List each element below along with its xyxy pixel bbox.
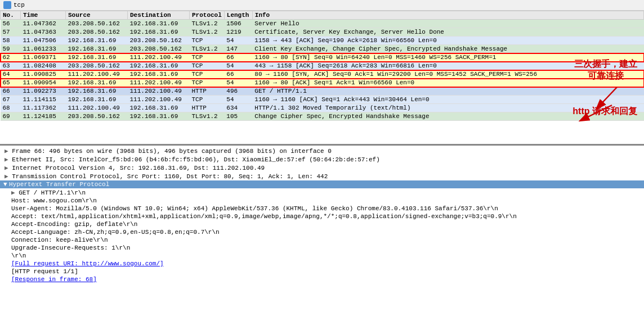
table-row[interactable]: 6711.114115192.168.31.69111.202.100.49TC… — [1, 96, 644, 104]
http-request-line: [HTTP request 1/1] — [0, 268, 644, 275]
cell-no: 57 — [1, 28, 21, 37]
cell-source: 203.208.50.162 — [66, 62, 128, 70]
cell-time: 11.124185 — [21, 112, 66, 121]
cell-len: 496 — [224, 87, 252, 96]
cell-info: Certificate, Server Key Exchange, Server… — [252, 28, 643, 37]
cell-dest: 192.168.31.69 — [128, 112, 190, 121]
cell-dest: 192.168.31.69 — [128, 28, 190, 37]
http-get-line: ▶ GET / HTTP/1.1\r\n — [0, 188, 644, 197]
cell-source: 192.168.31.69 — [66, 96, 128, 104]
packet-table: No. Time Source Destination Protocol Len… — [0, 11, 644, 121]
http-host-line: Host: www.sogou.com\r\n — [0, 197, 644, 205]
cell-no: 68 — [1, 104, 21, 112]
cell-no: 62 — [1, 53, 21, 62]
cell-proto: TLSv1.2 — [190, 112, 225, 121]
cell-dest: 111.202.100.49 — [128, 87, 190, 96]
ip-line[interactable]: ▶ Internet Protocol Version 4, Src: 192.… — [0, 164, 644, 172]
cell-no: 64 — [1, 70, 21, 79]
table-row[interactable]: 5811.047506192.168.31.69203.208.50.162TC… — [1, 37, 644, 45]
cell-dest: 192.168.31.69 — [128, 62, 190, 70]
cell-dest: 111.202.100.49 — [128, 79, 190, 87]
table-row[interactable]: 6211.069371192.168.31.69111.202.100.49TC… — [1, 53, 644, 62]
cell-no: 58 — [1, 37, 21, 45]
col-proto: Protocol — [190, 11, 225, 20]
cell-source: 111.202.100.49 — [66, 70, 128, 79]
table-row[interactable]: 5711.047363203.208.50.162192.168.31.69TL… — [1, 28, 644, 37]
full-uri-line[interactable]: [Full request URI: http://www.sogou.com/… — [0, 260, 644, 268]
cell-info: Server Hello — [252, 20, 643, 28]
cell-no: 65 — [1, 79, 21, 87]
col-dest: Destination — [128, 11, 190, 20]
cell-no: 67 — [1, 96, 21, 104]
cell-len: 1506 — [224, 20, 252, 28]
http-ua-line: User-Agent: Mozilla/5.0 (Windows NT 10.0… — [0, 205, 644, 213]
cell-time: 11.047362 — [21, 20, 66, 28]
response-frame-line[interactable]: [Response in frame: 68] — [0, 275, 644, 283]
table-row[interactable]: 6911.124185203.208.50.162192.168.31.69TL… — [1, 112, 644, 121]
cell-proto: TCP — [190, 96, 225, 104]
table-row[interactable]: 6811.117362111.202.100.49192.168.31.69HT… — [1, 104, 644, 112]
cell-len: 54 — [224, 96, 252, 104]
cell-info: 1160 → 1160 [ACK] Seq=1 Ack=443 Win=3046… — [252, 96, 643, 104]
table-row[interactable]: 6511.090954192.168.31.69111.202.100.49TC… — [1, 79, 644, 87]
cell-proto: TCP — [190, 37, 225, 45]
packet-table-wrapper: No. Time Source Destination Protocol Len… — [0, 11, 644, 146]
cell-dest: 192.168.31.69 — [128, 20, 190, 28]
cell-len: 634 — [224, 104, 252, 112]
cell-info: Change Cipher Spec, Encrypted Handshake … — [252, 112, 643, 121]
cell-info: 1158 → 443 [ACK] Seq=190 Ack=2618 Win=66… — [252, 37, 643, 45]
cell-time: 11.047506 — [21, 37, 66, 45]
cell-time: 11.114115 — [21, 96, 66, 104]
http-upgrade-line: Upgrade-Insecure-Requests: 1\r\n — [0, 244, 644, 252]
cell-info: 1160 → 80 [ACK] Seq=1 Ack=1 Win=66560 Le… — [252, 79, 643, 87]
cell-time: 11.069371 — [21, 53, 66, 62]
wireshark-icon — [3, 1, 11, 9]
cell-time: 11.082408 — [21, 62, 66, 70]
cell-proto: TLSv1.2 — [190, 28, 225, 37]
cell-source: 203.208.50.162 — [66, 28, 128, 37]
cell-proto: TCP — [190, 79, 225, 87]
http-accept-line: Accept: text/html,application/xhtml+xml,… — [0, 213, 644, 220]
ethernet-line[interactable]: ▶ Ethernet II, Src: IntelCor_f5:bd:06 (b… — [0, 155, 644, 164]
cell-info: 443 → 1158 [ACK] Seq=2618 Ack=283 Win=66… — [252, 62, 643, 70]
col-source: Source — [66, 11, 128, 20]
cell-time: 11.047363 — [21, 28, 66, 37]
cell-source: 203.208.50.162 — [66, 20, 128, 28]
cell-no: 56 — [1, 20, 21, 28]
tcp-line[interactable]: ▶ Transmission Control Protocol, Src Por… — [0, 172, 644, 180]
cell-info: Client Key Exchange, Change Cipher Spec,… — [252, 45, 643, 53]
http-connection-line: Connection: keep-alive\r\n — [0, 236, 644, 244]
cell-proto: TLSv1.2 — [190, 45, 225, 53]
filter-text: tcp — [14, 2, 25, 8]
table-row[interactable]: 6611.092273192.168.31.69111.202.100.49HT… — [1, 87, 644, 96]
cell-info: 1160 → 80 [SYN] Seq=0 Win=64240 Len=0 MS… — [252, 53, 643, 62]
table-row[interactable]: 6411.090825111.202.100.49192.168.31.69TC… — [1, 70, 644, 79]
cell-len: 54 — [224, 62, 252, 70]
frame-line[interactable]: ▶ Frame 66: 496 bytes on wire (3968 bits… — [0, 147, 644, 155]
cell-dest: 203.208.50.162 — [128, 45, 190, 53]
table-row[interactable]: 5611.047362203.208.50.162192.168.31.69TL… — [1, 20, 644, 28]
cell-source: 192.168.31.69 — [66, 87, 128, 96]
cell-proto: TCP — [190, 62, 225, 70]
cell-no: 66 — [1, 87, 21, 96]
cell-dest: 192.168.31.69 — [128, 70, 190, 79]
cell-info: HTTP/1.1 302 Moved Temporarily (text/htm… — [252, 104, 643, 112]
cell-time: 11.090825 — [21, 70, 66, 79]
cell-time: 11.061233 — [21, 45, 66, 53]
title-bar: tcp — [0, 0, 644, 11]
cell-len: 1219 — [224, 28, 252, 37]
cell-len: 54 — [224, 37, 252, 45]
cell-dest: 111.202.100.49 — [128, 53, 190, 62]
table-header: No. Time Source Destination Protocol Len… — [1, 11, 644, 20]
cell-proto: TLSv1.2 — [190, 20, 225, 28]
table-row[interactable]: 5911.061233192.168.31.69203.208.50.162TL… — [1, 45, 644, 53]
cell-source: 192.168.31.69 — [66, 53, 128, 62]
table-row[interactable]: 6311.082408203.208.50.162192.168.31.69TC… — [1, 62, 644, 70]
packet-tbody: 5611.047362203.208.50.162192.168.31.69TL… — [1, 20, 644, 121]
cell-proto: TCP — [190, 53, 225, 62]
cell-dest: 192.168.31.69 — [128, 104, 190, 112]
http-section-header[interactable]: ▼ Hypertext Transfer Protocol — [0, 180, 644, 188]
cell-len: 105 — [224, 112, 252, 121]
cell-no: 59 — [1, 45, 21, 53]
cell-len: 66 — [224, 70, 252, 79]
